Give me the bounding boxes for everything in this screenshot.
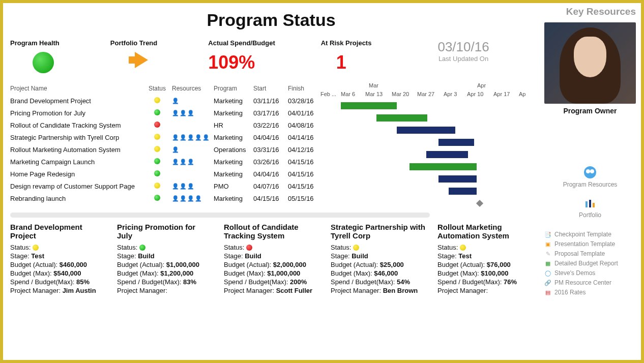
project-name: Rollout Marketing Automation System [10, 146, 142, 154]
finish-cell: 04/14/16 [288, 134, 320, 141]
table-row[interactable]: Brand Development Project👤Marketing03/11… [10, 95, 320, 107]
milestone-icon [476, 200, 483, 207]
link-icon: ▦ [544, 260, 551, 267]
table-row[interactable]: Marketing Campaign Launch👤👤👤Marketing03/… [10, 156, 320, 168]
start-cell: 03/26/16 [253, 158, 288, 166]
svg-point-2 [590, 169, 594, 173]
link-icon: 📑 [544, 231, 551, 238]
last-updated-label: Last Updated On [437, 55, 489, 63]
gantt-row [320, 112, 532, 124]
svg-point-0 [584, 166, 596, 178]
finish-cell: 04/08/16 [288, 122, 320, 129]
resource-link[interactable]: ▣Presentation Template [544, 240, 636, 248]
table-row[interactable]: Strategic Partnership with Tyrell Corp👤👤… [10, 131, 320, 143]
col-name: Project Name [10, 85, 142, 92]
project-name: Rebranding launch [10, 195, 142, 202]
resources-icons: 👤👤👤 [172, 110, 214, 116]
start-cell: 03/11/16 [253, 97, 288, 105]
resource-links: 📑Checkpoint Template▣Presentation Templa… [544, 231, 636, 296]
link-icon: ◯ [544, 269, 551, 277]
gantt-bar[interactable] [438, 139, 474, 146]
resources-icons: 👤👤👤 [172, 159, 214, 165]
project-name: Pricing Promotion for July [10, 109, 142, 117]
project-name: Marketing Campaign Launch [10, 158, 142, 166]
finish-cell: 04/15/16 [288, 158, 320, 166]
table-row[interactable]: Rebranding launch👤👤👤👤Marketing04/15/1605… [10, 192, 320, 204]
gantt-bar[interactable] [341, 102, 397, 109]
project-card[interactable]: Pricing Promotion for JulyStatus: Stage:… [117, 223, 212, 295]
last-updated-date: 03/10/16 [437, 39, 489, 55]
gantt-bar[interactable] [409, 163, 477, 170]
status-dot-icon [154, 183, 160, 189]
start-cell: 04/04/16 [253, 134, 288, 141]
project-card[interactable]: Strategic Partnership with Tyrell CorpSt… [331, 223, 425, 295]
gantt-bar[interactable] [376, 114, 427, 122]
program-cell: HR [214, 122, 253, 129]
key-resources-title: Key Resources [544, 6, 636, 17]
svg-point-1 [586, 169, 590, 173]
resource-link[interactable]: ▤2016 Rates [544, 289, 636, 296]
resource-link[interactable]: ▦Detailed Budget Report [544, 260, 636, 267]
finish-cell: 05/15/16 [288, 195, 320, 202]
link-label: Proposal Template [554, 250, 605, 257]
status-dot-icon [353, 245, 359, 251]
resource-link[interactable]: ◯Steve's Demos [544, 269, 636, 277]
svg-rect-5 [593, 203, 595, 207]
kpi-row: Program Health Portfolio Trend Actual Sp… [10, 39, 532, 73]
start-cell: 04/04/16 [253, 170, 288, 178]
program-cell: Marketing [214, 97, 253, 105]
col-start: Start [253, 85, 288, 92]
gantt-bar[interactable] [397, 127, 455, 134]
status-dot-icon [154, 195, 160, 201]
project-card[interactable]: Brand Development ProjectStatus: Stage: … [10, 223, 105, 295]
project-name: Home Page Redesign [10, 170, 142, 178]
col-program: Program [214, 85, 253, 92]
card-title: Strategic Partnership with Tyrell Corp [331, 223, 425, 240]
table-row[interactable]: Rollout of Candidate Tracking SystemHR03… [10, 119, 320, 131]
status-dot-icon [154, 146, 160, 152]
card-title: Rollout Marketing Automation System [437, 223, 532, 240]
link-label: Steve's Demos [554, 269, 595, 277]
table-row[interactable]: Rollout Marketing Automation System👤Oper… [10, 143, 320, 156]
finish-cell: 04/12/16 [288, 146, 320, 154]
link-label: PM Resource Center [554, 279, 611, 286]
gantt-row [320, 185, 532, 197]
finish-cell: 04/15/16 [288, 183, 320, 190]
status-dot-icon [139, 245, 145, 251]
program-resources-link[interactable]: Program Resources [544, 166, 636, 188]
portfolio-link[interactable]: Portfolio [544, 199, 636, 219]
trend-arrow-icon [135, 52, 148, 68]
gantt-row [320, 161, 532, 173]
gantt-bar[interactable] [426, 151, 468, 158]
kpi-health-label: Program Health [10, 39, 60, 47]
table-row[interactable]: Design revamp of Customer Support Page👤👤… [10, 180, 320, 192]
status-dot-icon [246, 245, 252, 251]
program-owner-label: Program Owner [544, 107, 636, 115]
gantt-row [320, 148, 532, 161]
project-card[interactable]: Rollout of Candidate Tracking SystemStat… [224, 223, 318, 295]
resource-link[interactable]: 🔗PM Resource Center [544, 279, 636, 286]
gantt-header: Mar Apr Feb ... Mar 6 Mar 13 Mar 20 Mar … [320, 82, 532, 100]
kpi-spend-value: 109% [208, 52, 275, 73]
project-card[interactable]: Rollout Marketing Automation SystemStatu… [437, 223, 532, 295]
resources-icons: 👤👤👤 [172, 183, 214, 190]
gantt-row [320, 124, 532, 136]
program-cell: Marketing [214, 134, 253, 141]
link-icon: ✎ [544, 250, 551, 257]
resource-link[interactable]: ✎Proposal Template [544, 250, 636, 257]
start-cell: 04/15/16 [253, 195, 288, 202]
table-row[interactable]: Pricing Promotion for July👤👤👤Marketing03… [10, 107, 320, 119]
status-dot-icon [460, 245, 466, 251]
resource-link[interactable]: 📑Checkpoint Template [544, 231, 636, 238]
gantt-bar[interactable] [438, 175, 477, 183]
start-cell: 03/31/16 [253, 146, 288, 154]
svg-rect-4 [589, 200, 591, 207]
project-name: Strategic Partnership with Tyrell Corp [10, 134, 142, 141]
gantt-bar[interactable] [449, 188, 477, 195]
table-row[interactable]: Home Page RedesignMarketing04/04/1604/15… [10, 168, 320, 180]
kpi-risk-label: At Risk Projects [321, 39, 372, 47]
gantt-row [320, 173, 532, 185]
horizontal-scrollbar[interactable] [10, 213, 430, 218]
gantt-row [320, 100, 532, 112]
link-icon: ▤ [544, 289, 551, 296]
